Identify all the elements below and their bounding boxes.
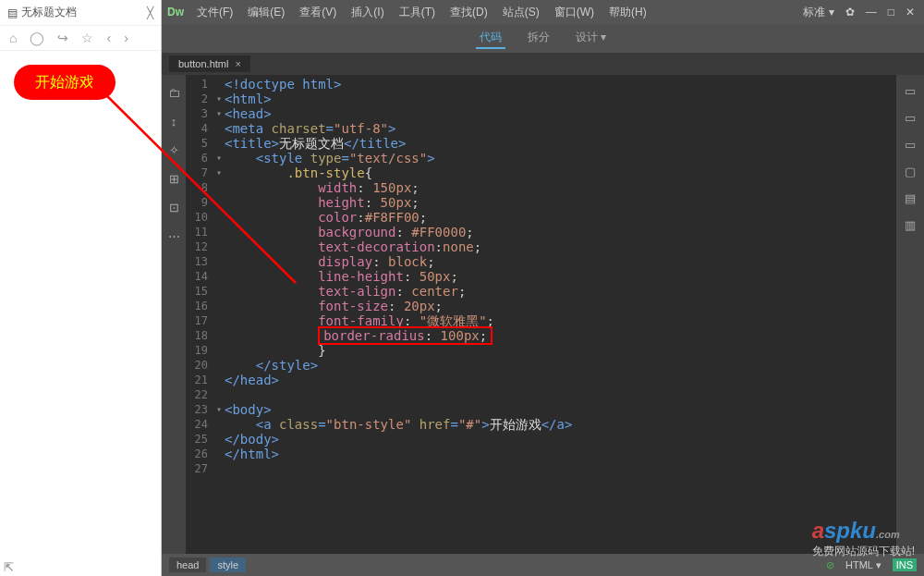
close-window-icon[interactable]: ✕ [906, 6, 915, 18]
code-line[interactable]: 1<!doctype html> [189, 77, 893, 92]
code-line[interactable]: 16 font-size: 20px; [189, 299, 893, 313]
panel-icon-2[interactable]: ▭ [905, 111, 916, 125]
tab-split[interactable]: 拆分 [524, 28, 553, 49]
star-icon[interactable]: ☆ [81, 31, 93, 45]
panel-icon-3[interactable]: ▭ [905, 138, 916, 152]
menu-item-7[interactable]: 窗口(W) [547, 6, 602, 18]
panel-icon-5[interactable]: ▤ [905, 191, 916, 205]
reload-icon[interactable]: ◯ [30, 31, 44, 45]
preview-tab[interactable]: ▤ 无标题文档 ╳ [0, 0, 161, 26]
menu-item-4[interactable]: 工具(T) [392, 6, 443, 18]
crumb-style[interactable]: style [210, 558, 246, 572]
settings-icon[interactable]: ✿ [845, 6, 855, 18]
code-line[interactable]: 3▾<head> [189, 106, 893, 121]
code-line[interactable]: 12 text-decoration:none; [189, 239, 893, 254]
browser-toolbar: ⌂ ◯ ↪ ☆ ‹ › [0, 26, 161, 51]
menu-item-2[interactable]: 查看(V) [292, 6, 344, 18]
close-file-icon[interactable]: × [235, 58, 240, 69]
menu-item-5[interactable]: 查找(D) [443, 6, 495, 18]
layout-label[interactable]: 标准 ▾ [803, 5, 833, 20]
code-line[interactable]: 10 color:#F8FF00; [189, 210, 893, 225]
tool-gutter-left: 🗀 ↕ ✧ ⊞ ⊡ ⋯ [162, 75, 186, 554]
code-line[interactable]: 7▾ .btn-style{ [189, 165, 893, 180]
status-bar: head style ⊘ HTML ▾ INS [162, 554, 924, 576]
menu-item-0[interactable]: 文件(F) [189, 6, 240, 18]
code-line[interactable]: 17 font-family: "微软雅黑"; [189, 313, 893, 328]
more-icon[interactable]: ⋯ [168, 229, 180, 243]
tab-code[interactable]: 代码 [476, 28, 505, 49]
code-line[interactable]: 20 </style> [189, 358, 893, 373]
code-line[interactable]: 27 [189, 461, 893, 476]
code-line[interactable]: 22 [189, 387, 893, 402]
menu-item-8[interactable]: 帮助(H) [602, 6, 654, 18]
code-line[interactable]: 24 <a class="btn-style" href="#">开始游戏</a… [189, 417, 893, 432]
code-line[interactable]: 26</html> [189, 447, 893, 461]
code-editor[interactable]: 1<!doctype html>2▾<html>3▾<head>4<meta c… [186, 75, 896, 554]
chat-icon[interactable]: ⊞ [169, 172, 179, 186]
view-mode-tabs: 代码 拆分 设计 ▾ [162, 24, 924, 53]
tool-gutter-right: ▭ ▭ ▭ ▢ ▤ ▥ [896, 75, 924, 554]
panel-icon-6[interactable]: ▥ [905, 218, 916, 232]
forward-icon[interactable]: ↪ [57, 31, 68, 45]
document-icon: ▤ [7, 6, 18, 19]
ide-panel: Dw 文件(F)编辑(E)查看(V)插入(I)工具(T)查找(D)站点(S)窗口… [162, 0, 924, 576]
next-icon[interactable]: › [124, 31, 128, 45]
asset-icon[interactable]: ↕ [171, 115, 177, 129]
dreamweaver-logo: Dw [162, 6, 189, 18]
code-line[interactable]: 18 border-radius: 100px; [189, 328, 893, 343]
preview-tab-title: 无标题文档 [21, 5, 77, 20]
code-line[interactable]: 2▾<html> [189, 92, 893, 106]
code-line[interactable]: 15 text-align: center; [189, 284, 893, 299]
status-html[interactable]: HTML ▾ [845, 559, 881, 571]
code-line[interactable]: 14 line-height: 50px; [189, 269, 893, 284]
code-line[interactable]: 11 background: #FF0000; [189, 225, 893, 239]
code-line[interactable]: 13 display: block; [189, 254, 893, 269]
file-tab-bar: button.html × [162, 53, 924, 75]
file-tab-label: button.html [178, 58, 228, 69]
code-line[interactable]: 4<meta charset="utf-8"> [189, 121, 893, 136]
close-icon[interactable]: ╳ [147, 6, 153, 19]
file-tab[interactable]: button.html × [169, 55, 250, 72]
menu-item-3[interactable]: 插入(I) [344, 6, 391, 18]
menu-item-6[interactable]: 站点(S) [495, 6, 547, 18]
panel-icon-4[interactable]: ▢ [905, 165, 916, 178]
code-line[interactable]: 8 width: 150px; [189, 180, 893, 195]
code-line[interactable]: 5<title>无标题文档</title> [189, 136, 893, 151]
wand-icon[interactable]: ✧ [169, 143, 179, 157]
panel-icon-1[interactable]: ▭ [905, 84, 916, 98]
maximize-icon[interactable]: □ [888, 6, 894, 18]
code-line[interactable]: 21</head> [189, 373, 893, 387]
error-icon[interactable]: ⊘ [826, 559, 834, 571]
crumb-head[interactable]: head [169, 558, 206, 572]
code-line[interactable]: 19 } [189, 343, 893, 358]
back-icon[interactable]: ‹ [106, 31, 111, 45]
code-line[interactable]: 25</body> [189, 432, 893, 447]
code-line[interactable]: 9 height: 50px; [189, 195, 893, 210]
start-game-button[interactable]: 开始游戏 [14, 65, 116, 100]
code-line[interactable]: 6▾ <style type="text/css"> [189, 151, 893, 165]
home-icon[interactable]: ⌂ [9, 31, 17, 45]
status-ins[interactable]: INS [893, 558, 917, 571]
minimize-icon[interactable]: — [866, 6, 877, 18]
menu-bar: Dw 文件(F)编辑(E)查看(V)插入(I)工具(T)查找(D)站点(S)窗口… [162, 0, 924, 24]
code-line[interactable]: 23▾<body> [189, 402, 893, 417]
file-mgr-icon[interactable]: 🗀 [168, 86, 180, 100]
menu-item-1[interactable]: 编辑(E) [240, 6, 292, 18]
monitor-icon[interactable]: ⊡ [169, 201, 179, 214]
expand-icon[interactable]: ⇱ [4, 560, 14, 574]
tab-design[interactable]: 设计 ▾ [572, 28, 610, 49]
preview-panel: ▤ 无标题文档 ╳ ⌂ ◯ ↪ ☆ ‹ › 开始游戏 ⇱ [0, 0, 162, 576]
